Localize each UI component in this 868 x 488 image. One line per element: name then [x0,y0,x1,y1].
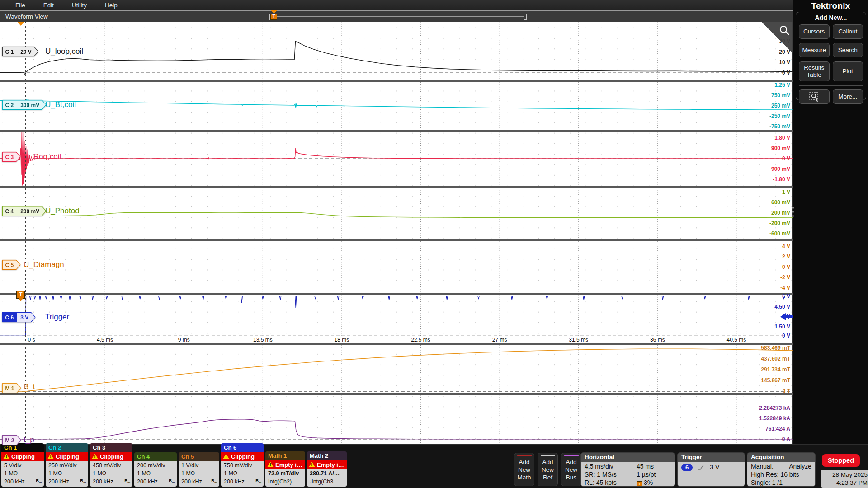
bandwidth-icon: Bw [124,477,130,487]
date-text: 28 May 2025 [824,471,868,479]
channel-badge-name: C 2 [3,100,17,109]
time-axis-label: 27 ms [481,337,518,343]
menu-item-help[interactable]: Help [96,2,127,9]
bottom-bar: Ch 1Clipping5 V/div1 MΩ200 kHzBwCh 2Clip… [0,444,868,488]
trigger-level-arrow-icon[interactable] [780,313,793,322]
bottom-badge-ch1[interactable]: Ch 1Clipping5 V/div1 MΩ200 kHzBw [1,443,44,487]
waveform-view-titlebar: Waveform View T [0,10,793,22]
acquisition-mode: Manual, [751,462,774,470]
search-button[interactable]: Search [833,43,863,57]
results-table-button[interactable]: Results Table [799,61,830,81]
bottom-badge-body: 200 mV/div1 MΩ200 kHzBw [134,461,177,487]
cursors-button[interactable]: Cursors [799,24,830,39]
callout-button[interactable]: Callout [833,24,863,39]
waveform-plot-area[interactable]: 30 V20 V10 V0 VC 120 VU_loop,coil1.25 V7… [0,22,793,444]
measure-button[interactable]: Measure [799,43,830,57]
add-new-buttons: AddNewMathAddNewRefAddNewBus [514,453,581,486]
channel-badge-ch2[interactable]: C 2300 mV [2,100,47,110]
channel-label-ch6: Trigger [45,313,69,322]
channel-badge-ch6[interactable]: C 63 V [2,312,36,323]
bottom-badge-row: Intg(Ch2)… [268,478,302,486]
slice-separator [0,239,793,241]
channel-badge-m1[interactable]: M 1 [2,383,21,394]
acquisition-panel[interactable]: Acquisition Manual,Analyze High Res: 16 … [747,453,815,486]
add-button-line: Add [566,459,576,466]
channel-label-m1: B_t [24,382,35,391]
bottom-badge-row: 200 kHzBw [48,478,85,486]
add-new-ref-button[interactable]: AddNewRef [538,453,558,486]
channel-label-ch1: U_loop,coil [45,47,83,56]
channel-badge-ch3[interactable]: C 3 [2,152,21,162]
overview-line [272,16,524,17]
more-button[interactable]: More... [833,89,863,104]
add-new-bus-button[interactable]: AddNewBus [561,453,581,486]
add-new-math-button[interactable]: AddNewMath [514,453,534,486]
axis-label-m1: 0 T [783,388,790,394]
panel-divider-handle[interactable] [792,207,794,217]
slice-separator [0,293,793,295]
axis-label-ch4: -600 mV [769,230,790,237]
horizontal-panel[interactable]: Horizontal 4.5 ms/div45 ms SR: 1 MS/s1 µ… [581,453,675,486]
bottom-badge-row: 72.9 mT/div [268,469,302,478]
axis-label-ch5: -4 V [780,285,790,291]
channel-badge-scale: 20 V [17,47,38,56]
bottom-badge-ch6[interactable]: Ch 6Clipping750 mV/div1 MΩ200 kHzBw [221,443,264,487]
plot-button[interactable]: Plot [833,61,863,81]
bottom-badge-body: 250 mV/div1 MΩ200 kHzBw [46,461,88,487]
clipping-alert: Clipping [90,452,132,461]
bottom-badge-math2[interactable]: Math 2Empty i…380.71 A/…-Intg(Ch3… [307,451,347,487]
warning-icon [223,454,229,459]
bottom-badge-body: 5 V/div1 MΩ200 kHzBw [1,461,44,487]
run-stop-status-button[interactable]: Stopped [822,454,860,467]
bottom-badge-row: 380.71 A/… [310,469,344,478]
slice-m2: 2.284273 kA1.522849 kA761.424 A0 AM 2I_p [0,395,793,443]
channel-badge-scale: 200 mV [17,206,46,216]
menu-item-file[interactable]: File [6,2,34,9]
zoom-corner-magnifier-icon[interactable] [778,24,791,39]
warning-icon [47,454,54,459]
time-axis-label: 22.5 ms [403,337,439,343]
bottom-badge-title: Ch 3 [90,443,132,452]
axis-label-m2: 761.424 A [765,426,790,432]
add-new-title: Add New... [798,14,864,21]
time-axis-label: 4.5 ms [87,337,123,343]
channel-badge-ch4[interactable]: C 4200 mV [2,206,47,216]
slice-grid-ch4 [0,188,793,239]
axis-label-ch3: 900 mV [771,145,790,151]
add-button-line: Ref [543,474,552,482]
trigger-level: 3 V [710,463,719,471]
bottom-badge-math1[interactable]: Math 1Empty i…72.9 mT/divIntg(Ch2)… [265,451,305,487]
menu-item-utility[interactable]: Utility [63,2,96,9]
channel-badge-ch5[interactable]: C 5 [2,260,21,270]
bottom-badge-ch5[interactable]: Ch 51 V/div1 MΩ200 kHzBw [179,452,219,487]
trigger-source-marker-icon[interactable]: T [16,291,25,299]
axis-label-m1: 583.469 mT [761,345,790,351]
time-axis-label: 0 s [28,337,35,343]
axis-label-ch2: 250 mV [771,103,790,109]
channel-badge-ch1[interactable]: C 120 V [2,47,38,57]
alert-text: Clipping [100,453,123,460]
trace-ch6 [0,296,793,336]
clipping-alert: Clipping [221,452,264,461]
warning-icon [309,462,315,467]
bottom-badge-ch2[interactable]: Ch 2Clipping250 mV/div1 MΩ200 kHzBw [46,443,88,487]
add-button-line: New [565,466,577,474]
channel-badge-m2[interactable]: M 2 [2,435,21,446]
trigger-position-flag-icon[interactable]: T [270,14,277,20]
axis-label-ch4: 600 mV [771,199,790,206]
bottom-badge-ch3[interactable]: Ch 3Clipping450 mV/div1 MΩ200 kHzBw [90,443,132,487]
trigger-panel[interactable]: Trigger 6 3 V [678,453,745,486]
bottom-badge-row: -Intg(Ch3… [310,478,344,486]
slice-ch6: 6 V4.50 V3 V1.50 V0 VC 63 VTrigger [0,295,793,336]
bottom-badge-ch4[interactable]: Ch 4200 mV/div1 MΩ200 kHzBw [134,452,177,487]
horizontal-overview-bar[interactable]: T [269,14,527,20]
time-axis-label: 13.5 ms [245,337,281,343]
axis-label-ch5: -2 V [780,274,790,281]
sample-rate: SR: 1 MS/s [585,470,637,479]
bandwidth-icon: Bw [36,477,42,487]
bottom-badge-body: 72.9 mT/divIntg(Ch2)… [265,469,305,487]
menu-item-edit[interactable]: Edit [34,2,63,9]
datetime-display[interactable]: 28 May 2025 4:23:37 PM [821,470,868,488]
time-axis-label: 40.5 ms [718,337,755,343]
zoom-select-button[interactable] [799,89,830,104]
